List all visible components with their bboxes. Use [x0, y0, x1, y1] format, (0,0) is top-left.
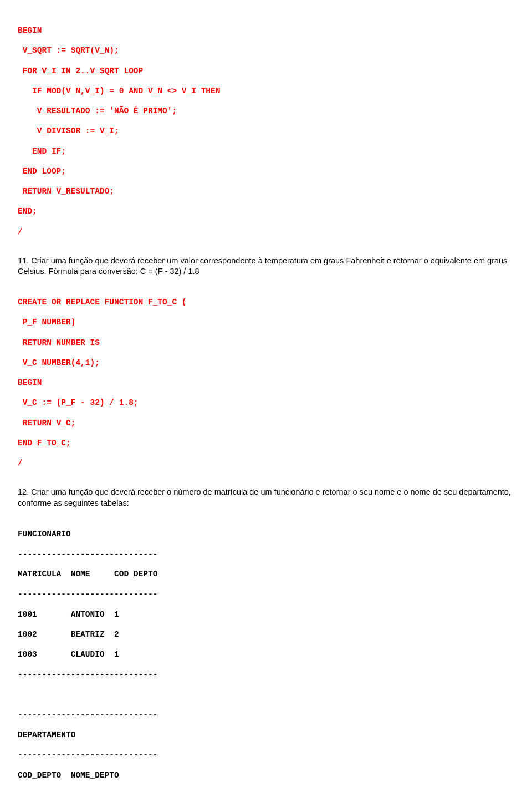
code-block-1: BEGIN V_SQRT := SQRT(V_N); FOR V_I IN 2.… [18, 16, 514, 247]
code-line: CREATE OR REPLACE FUNCTION F_TO_C ( [18, 298, 187, 307]
code-line: ----------------------------- [18, 750, 157, 759]
code-line: FUNCIONARIO [18, 530, 71, 539]
code-line: END LOOP; [18, 167, 66, 176]
code-line: FOR V_I IN 2..V_SQRT LOOP [18, 67, 143, 75]
code-line: END IF; [18, 147, 66, 156]
question-12: 12. Criar uma função que deverá receber … [18, 487, 514, 509]
code-line: ----------------------------- [18, 550, 157, 558]
code-line: V_RESULTADO := 'NÃO É PRIMO'; [18, 106, 177, 115]
code-line: / [18, 227, 23, 236]
code-line: END F_TO_C; [18, 439, 71, 448]
code-line: COD_DEPTO NOME_DEPTO [18, 771, 119, 780]
code-line: 1002 BEATRIZ 2 [18, 630, 119, 639]
question-11: 11. Criar uma função que deverá receber … [18, 256, 514, 277]
code-line: V_C := (P_F - 32) / 1.8; [18, 398, 139, 407]
code-line: V_DIVISOR := V_I; [18, 126, 119, 135]
tables-block: FUNCIONARIO ----------------------------… [18, 519, 514, 788]
code-line: ----------------------------- [18, 590, 157, 598]
code-line: ----------------------------- [18, 670, 157, 679]
code-line: BEGIN [18, 378, 42, 387]
code-line: 1003 CLAUDIO 1 [18, 650, 119, 659]
code-line: MATRICULA NOME COD_DEPTO [18, 570, 157, 578]
code-line: DEPARTAMENTO [18, 730, 75, 739]
code-line: P_F NUMBER) [18, 318, 75, 327]
code-line: RETURN NUMBER IS [18, 338, 100, 347]
code-line: 1001 ANTONIO 1 [18, 610, 119, 619]
code-line: RETURN V_RESULTADO; [18, 187, 114, 196]
code-line: IF MOD(V_N,V_I) = 0 AND V_N <> V_I THEN [18, 87, 220, 95]
code-line: V_SQRT := SQRT(V_N); [18, 46, 119, 55]
code-line: V_C NUMBER(4,1); [18, 358, 100, 367]
code-line: BEGIN [18, 26, 42, 35]
code-line: END; [18, 207, 37, 216]
code-line: ----------------------------- [18, 710, 157, 719]
code-block-2: CREATE OR REPLACE FUNCTION F_TO_C ( P_F … [18, 287, 514, 478]
code-line: / [18, 459, 23, 468]
code-line: RETURN V_C; [18, 419, 75, 428]
